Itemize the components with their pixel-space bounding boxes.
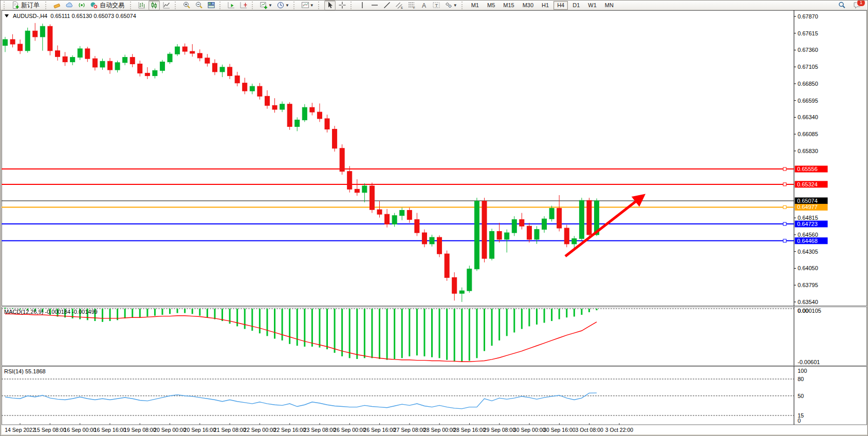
macd-panel[interactable]: 0.000.000105-0.00601 xyxy=(2,307,867,366)
templates-button[interactable]: ▼ xyxy=(300,1,316,10)
new-chart-button[interactable]: ▼ xyxy=(258,1,274,10)
candle-body xyxy=(63,56,67,62)
text-label-icon: T xyxy=(432,1,440,9)
rsi-name: RSI(14) xyxy=(4,368,24,374)
macd-histogram-bar xyxy=(207,309,208,317)
candlestick-chart-button[interactable] xyxy=(149,1,160,10)
timeframe-h4-button[interactable]: H4 xyxy=(553,1,568,10)
time-axis-label: 14 Sep 2022 xyxy=(5,427,35,433)
clock-icon xyxy=(276,1,285,9)
time-axis-label: 3 Oct 08:00 xyxy=(576,427,603,433)
bar-chart-button[interactable] xyxy=(136,1,147,10)
timeframe-h1-button[interactable]: H1 xyxy=(538,1,552,10)
timeframe-mn-button[interactable]: MN xyxy=(601,1,617,10)
candle-body xyxy=(527,226,531,239)
candle-body xyxy=(407,210,412,219)
toolbar: 新订单 自动交易 xyxy=(1,1,867,10)
trend-arrow[interactable] xyxy=(565,197,642,256)
price-tick-label: 0.67360 xyxy=(798,47,818,53)
timeframe-w1-button[interactable]: W1 xyxy=(584,1,600,10)
macd-histogram-bar xyxy=(596,309,598,310)
price-tick-label: 0.64305 xyxy=(798,249,818,255)
eraser-button[interactable] xyxy=(51,1,63,10)
vertical-line-button[interactable] xyxy=(357,1,368,10)
new-order-label: 新订单 xyxy=(20,1,41,10)
notifications-button[interactable]: 1 xyxy=(852,1,863,10)
macd-histogram-bar xyxy=(371,309,373,358)
candle-body xyxy=(220,67,225,72)
svg-text:E: E xyxy=(401,6,403,9)
search-button[interactable] xyxy=(836,1,847,10)
auto-trading-button[interactable]: 自动交易 xyxy=(88,1,127,10)
time-axis-label: 27 Sep 08:00 xyxy=(394,427,426,433)
time-axis-label: 20 Sep 00:00 xyxy=(154,427,186,433)
svg-text:T: T xyxy=(435,3,438,8)
macd-histogram-bar xyxy=(124,309,126,318)
macd-histogram-bar xyxy=(289,309,290,344)
auto-scroll-button[interactable] xyxy=(226,1,237,10)
equidistant-channel-button[interactable]: E xyxy=(394,1,405,10)
candle-body xyxy=(205,58,210,63)
macd-panel-border xyxy=(2,307,867,366)
time-axis-label: 3 Oct 22:00 xyxy=(605,427,633,433)
search-icon xyxy=(838,1,846,9)
macd-histogram-bar xyxy=(521,309,523,329)
macd-histogram-bar xyxy=(192,309,193,314)
notification-badge: 1 xyxy=(857,0,865,7)
candle-body xyxy=(3,40,8,46)
tile-windows-button[interactable] xyxy=(206,1,217,10)
macd-histogram-bar xyxy=(102,309,103,322)
line-chart-button[interactable] xyxy=(161,1,172,10)
svg-text:A: A xyxy=(422,2,426,9)
broadcast-button[interactable] xyxy=(76,1,87,10)
candle-body xyxy=(78,49,82,58)
toolbar-separator xyxy=(318,2,322,9)
timeframe-m15-button[interactable]: M15 xyxy=(500,1,518,10)
timeframe-m1-button[interactable]: M1 xyxy=(468,1,483,10)
shapes-button[interactable]: ▼ xyxy=(443,1,459,10)
chart-shift-button[interactable] xyxy=(238,1,249,10)
macd-histogram-bar xyxy=(476,309,477,358)
timeframe-m5-button[interactable]: M5 xyxy=(484,1,498,10)
timeframe-m30-button[interactable]: M30 xyxy=(519,1,537,10)
trendline-button[interactable] xyxy=(381,1,393,10)
macd-histogram-bar xyxy=(214,309,215,319)
toolbar-grip[interactable] xyxy=(4,2,7,9)
cursor-button[interactable] xyxy=(324,1,336,10)
macd-histogram-bar xyxy=(266,309,268,336)
cloud-button[interactable] xyxy=(64,1,75,10)
time-axis-label: 22 Sep 00:00 xyxy=(244,427,275,433)
zoom-out-button[interactable] xyxy=(193,1,205,10)
candle-body xyxy=(490,232,494,259)
candle-body xyxy=(482,201,487,259)
candlestick-chart-icon xyxy=(150,1,158,9)
candle-body xyxy=(430,237,434,244)
chart-shift-icon xyxy=(239,1,248,9)
zoom-in-button[interactable] xyxy=(181,1,192,10)
candle-body xyxy=(437,237,442,254)
text-label-button[interactable]: T xyxy=(431,1,442,10)
crosshair-button[interactable] xyxy=(337,1,348,10)
price-tick-label: 0.65830 xyxy=(798,148,818,154)
macd-histogram-bar xyxy=(146,309,148,316)
line-end-marker xyxy=(783,205,786,208)
horizontal-line-button[interactable] xyxy=(369,1,380,10)
timeframe-d1-button[interactable]: D1 xyxy=(569,1,583,10)
macd-signal-line xyxy=(5,314,597,362)
candle-body xyxy=(250,86,254,91)
main-price-chart[interactable]: 0.678700.676150.673600.671050.668500.665… xyxy=(2,10,867,307)
new-order-button[interactable]: 新订单 xyxy=(10,1,43,10)
text-a-icon: A xyxy=(420,1,428,9)
macd-histogram-bar xyxy=(431,309,433,357)
periods-button[interactable]: ▼ xyxy=(275,1,291,10)
fibonacci-button[interactable]: F xyxy=(406,1,417,10)
symbol-dropdown-icon[interactable] xyxy=(5,14,9,17)
time-axis-label: 15 Sep 08:00 xyxy=(34,427,66,433)
candle-body xyxy=(564,228,569,244)
auto-trading-label: 自动交易 xyxy=(98,1,126,10)
rsi-panel[interactable]: 1008050150 xyxy=(2,366,867,425)
text-button[interactable]: A xyxy=(418,1,430,10)
macd-histogram-bar xyxy=(461,309,463,362)
macd-axis-min-label: -0.00601 xyxy=(798,359,820,365)
rsi-level-label: 80 xyxy=(798,376,804,382)
